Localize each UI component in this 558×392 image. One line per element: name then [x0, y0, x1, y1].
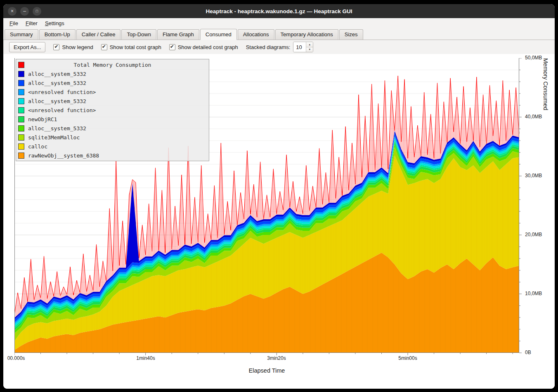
stacked-diagrams-input[interactable]	[293, 42, 306, 52]
spin-down-icon[interactable]: ▼	[306, 47, 313, 52]
spin-buttons: ▲ ▼	[306, 42, 313, 52]
legend-swatch	[18, 71, 24, 77]
legend-item: <unresolved function>	[16, 87, 209, 96]
stacked-diagrams-label: Stacked diagrams:	[246, 44, 291, 50]
legend-label: alloc__system_5332	[28, 98, 86, 104]
legend-label: alloc__system_5332	[28, 71, 86, 77]
legend-item: alloc__system_5332	[16, 96, 209, 106]
legend-label: rawNewObj__system_6388	[28, 153, 99, 159]
legend-item: rawNewObj__system_6388	[16, 151, 209, 160]
legend-label: <unresolved function>	[28, 89, 96, 95]
export-as-button[interactable]: Export As...	[9, 42, 45, 52]
legend-label: alloc__system_5332	[28, 125, 86, 131]
legend-swatch	[18, 143, 24, 150]
show-detailed-cost-label: Show detailed cost graph	[178, 44, 238, 50]
legend-swatch	[18, 80, 24, 86]
legend-item: alloc__system_5332	[16, 69, 209, 78]
show-total-cost-label: Show total cost graph	[110, 44, 161, 50]
x-tick-2: 3min20s	[258, 355, 295, 361]
legend-swatch	[18, 153, 24, 159]
stacked-diagrams-spinbox: ▲ ▼	[293, 42, 313, 52]
tab-flame-graph[interactable]: Flame Graph	[157, 29, 199, 40]
legend-swatch	[18, 62, 24, 68]
show-legend-option: Show legend	[53, 44, 93, 50]
tab-top-down[interactable]: Top-Down	[121, 29, 156, 40]
maximize-button[interactable]: □	[33, 7, 41, 16]
x-tick-3: 5min00s	[389, 355, 426, 361]
legend-swatch	[18, 98, 24, 104]
x-tick-0: 00.000s	[3, 355, 35, 361]
chart-toolbar: Export As... Show legend Show total cost…	[3, 40, 555, 54]
spin-up-icon[interactable]: ▲	[306, 42, 313, 47]
show-detailed-cost-option: Show detailed cost graph	[169, 44, 238, 50]
legend-swatch	[18, 107, 24, 113]
app-window: × – □ Heaptrack - heaptrack.wakunode.1.g…	[3, 4, 555, 389]
close-button[interactable]: ×	[8, 7, 17, 16]
show-legend-label: Show legend	[62, 44, 93, 50]
consumed-chart-view: 0B 10,0MB 20,0MB 30,0MB 40,0MB 50,0MB 00…	[3, 54, 555, 389]
tab-sizes[interactable]: Sizes	[339, 29, 363, 40]
tab-bottom-up[interactable]: Bottom-Up	[39, 29, 76, 40]
legend-swatch	[18, 134, 24, 141]
tab-summary[interactable]: Summary	[5, 29, 38, 40]
menu-bar: File Filter Settings	[3, 18, 555, 28]
y-tick-40: 40,0MB	[525, 114, 554, 120]
window-controls: × – □	[8, 7, 41, 16]
minimize-button[interactable]: –	[20, 7, 29, 16]
legend-swatch	[18, 125, 24, 131]
legend-item: sqlite3MemMalloc	[16, 133, 209, 142]
menu-filter[interactable]: Filter	[22, 19, 41, 28]
tab-bar: Summary Bottom-Up Caller / Callee Top-Do…	[3, 28, 555, 40]
tab-consumed[interactable]: Consumed	[200, 29, 237, 40]
y-tick-0: 0B	[525, 350, 554, 355]
show-detailed-cost-checkbox[interactable]	[169, 44, 175, 50]
y-tick-30: 30,0MB	[525, 173, 554, 178]
legend-swatch	[18, 116, 24, 122]
y-tick-10: 10,0MB	[525, 291, 554, 296]
tab-allocations[interactable]: Allocations	[238, 29, 274, 40]
legend-title: Total Memory Consumption	[28, 62, 197, 68]
legend-label: alloc__system_5332	[28, 80, 86, 86]
menu-settings[interactable]: Settings	[41, 19, 68, 28]
y-tick-20: 20,0MB	[525, 232, 554, 237]
chart-legend: Total Memory Consumption alloc__system_5…	[16, 59, 209, 161]
window-title: Heaptrack - heaptrack.wakunode.1.gz — He…	[3, 8, 555, 14]
legend-swatch	[18, 89, 24, 95]
show-total-cost-option: Show total cost graph	[101, 44, 161, 50]
legend-label: <unresolved function>	[28, 107, 96, 113]
x-axis-title: Elapsed Time	[14, 367, 519, 374]
legend-label: newObjRC1	[28, 116, 57, 122]
show-total-cost-checkbox[interactable]	[101, 44, 107, 50]
stacked-diagrams-control: Stacked diagrams: ▲ ▼	[246, 42, 314, 52]
x-tick-1: 1min40s	[127, 355, 164, 361]
legend-item: alloc__system_5332	[16, 124, 209, 133]
legend-label: sqlite3MemMalloc	[28, 134, 80, 141]
legend-item: calloc	[16, 142, 209, 151]
tab-temporary-allocations[interactable]: Temporary Allocations	[275, 29, 338, 40]
legend-item: <unresolved function>	[16, 106, 209, 115]
legend-label: calloc	[28, 143, 47, 150]
legend-item: alloc__system_5332	[16, 78, 209, 87]
y-axis-title: Memory Consumed	[542, 58, 549, 353]
legend-title-row: Total Memory Consumption	[16, 60, 209, 69]
show-legend-checkbox[interactable]	[53, 44, 59, 50]
tab-caller-callee[interactable]: Caller / Callee	[76, 29, 121, 40]
menu-file[interactable]: File	[6, 19, 22, 28]
y-tick-50: 50,0MB	[525, 55, 554, 61]
legend-item: newObjRC1	[16, 115, 209, 124]
title-bar: × – □ Heaptrack - heaptrack.wakunode.1.g…	[3, 4, 555, 18]
